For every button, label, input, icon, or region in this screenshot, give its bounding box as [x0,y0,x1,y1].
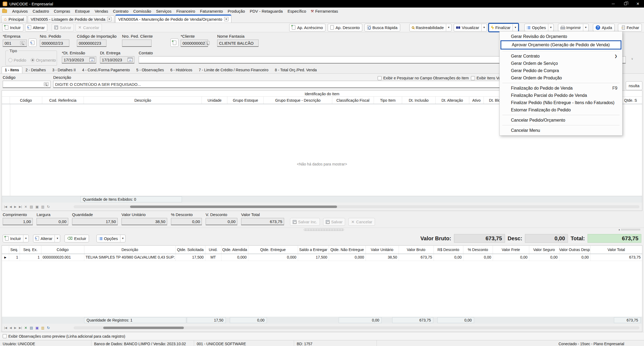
col-grupo-estoque-descricao[interactable]: Grupo Estoque - Descrição [264,97,332,104]
col-qtde-atendida[interactable]: Qtde. Atendida [221,246,248,254]
checkbox-icon[interactable] [378,76,382,80]
col-qtde-solicitada[interactable]: Qtde. Solicitada [176,246,205,254]
lookup-icon[interactable] [44,82,49,86]
ap-acrescimo-button[interactable]: Ap. Acréscimo [289,24,325,31]
splitter-collapse-handle[interactable]: ▲ [618,228,641,231]
ajuda-button[interactable]: ?Ajuda [593,24,615,31]
menu-pdv-retaguarda[interactable]: PDV - Retaguarda [247,8,285,14]
consulta-button[interactable]: nsulta [626,81,642,90]
close-tab-icon[interactable]: ✕ [224,17,228,21]
checkbox-exibir-itens-var[interactable]: Exibir Itens Var [471,76,502,80]
menu-estoque[interactable]: Estoque [73,8,92,14]
busca-rapida-button[interactable]: Busca Rápida [364,24,400,31]
menu-producao[interactable]: Produção [225,8,247,14]
fechar-button[interactable]: Fechar [618,24,642,31]
col-dt-inclusao[interactable]: Dt. Inclusão [402,97,436,104]
col-dt-alteracao[interactable]: Dt. Alteração [436,97,469,104]
imprimir-button[interactable]: Imprimir ▼ [558,24,589,31]
menu-cancelar-pedido-orcamento[interactable]: Cancelar Pedido/Orçamento [500,116,622,124]
lookup-icon[interactable] [205,41,210,45]
radio-orcamento[interactable]: Orçamento [31,55,56,65]
col-unidade[interactable]: Unidade [202,97,227,104]
menu-finalizacao-parcial[interactable]: Finalização Parcial do Pedido de Venda [500,92,622,99]
menu-comissao[interactable]: Comissão [131,8,154,14]
col-qtde-nao-entregue[interactable]: Qtde. Não Entregue [329,246,366,254]
menu-gerar-ordem-servico[interactable]: Gerar Ordem de Serviço [500,60,622,67]
tab-itens[interactable]: 1 - Itens [2,66,22,73]
incluir-button[interactable]: Incluir [2,24,23,31]
dropdown-arrow-icon[interactable]: ▼ [481,24,487,31]
valor-total-input[interactable]: 673,75 [241,218,284,225]
visualizar-button[interactable]: Visualizar ▼ [454,24,487,31]
dropdown-arrow-icon[interactable]: ▼ [120,235,126,242]
first-record-icon[interactable]: |◀ [4,326,7,329]
refresh-icon[interactable]: ↻ [47,326,50,330]
col-codigo[interactable]: Código [10,97,42,104]
prev-record-icon[interactable]: ◀ [9,326,12,329]
col-pct-desconto[interactable]: % Desconto [463,246,493,254]
col-descricao[interactable]: Descrição [84,97,202,104]
edit-order-button[interactable] [28,38,37,47]
tab-principal[interactable]: ⌂ Principal [1,15,27,23]
panel-splitter[interactable]: ▲ [0,228,644,231]
menu-vendas[interactable]: Vendas [92,8,110,14]
rastreabilidade-button[interactable]: Rastreabilidade ▼ [409,24,452,31]
valor-unitario-input[interactable]: 38,50 [121,218,167,225]
quantidade-input[interactable]: 17,50 [72,218,118,225]
tab-observacoes[interactable]: 5 - Observações [133,66,167,73]
alterar-button[interactable]: Alterar [25,24,47,31]
nome-fantasia-input[interactable]: CLIENTE BALCÃO [217,40,259,47]
comprimento-input[interactable]: 1,00 [3,218,33,225]
col-codigo[interactable]: Código [41,246,84,254]
horizontal-scrollbar[interactable] [74,205,639,208]
col-unid[interactable]: Unid. [205,246,221,254]
scrollbar-thumb[interactable] [103,327,184,329]
scrollbar-thumb[interactable] [130,206,337,208]
horizontal-scrollbar[interactable] [74,326,639,329]
dt-emissao-input[interactable]: 17/10/202315 [62,56,96,63]
salvar-item-button[interactable]: Salvar [323,218,345,226]
col-valor-frete[interactable]: Valor Frete [493,246,529,254]
cancelar-button[interactable]: ✕Cancelar [76,24,102,31]
minimize-button[interactable] [607,0,619,8]
menu-financeiro[interactable]: Financeiro [174,8,198,14]
col-qtde-entregue[interactable]: Qtde. Entregue [248,246,298,254]
restore-button[interactable] [619,0,632,8]
salvar-button[interactable]: Salvar [52,24,74,31]
menu-compras[interactable]: Compras [51,8,73,14]
col-classificacao-fiscal[interactable]: Classificação Fiscal [332,97,374,104]
menu-gerar-contrato[interactable]: Gerar Contrato❯ [500,52,622,60]
codigo-importacao-input[interactable]: 0000000223 [77,40,106,47]
calendar-icon[interactable]: 15 [128,58,133,62]
alterar-item-button[interactable]: Alterar ▼ [33,235,60,242]
calendar-icon[interactable]: 15 [90,58,94,62]
chevron-down-icon[interactable]: ∨ [631,57,633,61]
save-grid-icon[interactable]: ▣ [35,205,39,209]
last-record-icon[interactable]: ▶| [19,205,22,208]
tab-cond-forma-pagamento[interactable]: 4 - Cond./Forma Pagamento [79,66,133,73]
item-row[interactable]: ▶ 1 1 0000000020.001 TELHA SIMPLES TP 40… [2,254,642,261]
dropdown-arrow-icon[interactable]: ▼ [583,24,588,31]
menu-cancelar-menu[interactable]: Cancelar Menu [500,127,622,134]
codigo-search-input[interactable] [3,81,51,88]
tab-ven0005a-manutencao[interactable]: VEN0005A - Manutenção de Pedido de Venda… [115,15,231,23]
col-descricao[interactable]: Descrição [84,246,176,254]
export-icon[interactable]: ▥ [41,205,44,209]
dropdown-arrow-icon[interactable]: ▼ [55,235,60,242]
save-grid-icon[interactable]: ▣ [35,326,39,330]
finalizar-button[interactable]: ϟFinalizar ▼ [489,24,518,31]
col-saldo-a-entregar[interactable]: Saldo a Entregar [298,246,329,254]
menu-aprovar-orcamento[interactable]: Aprovar Orçamento (Geração de Pedido de … [500,40,621,50]
excel-export-icon[interactable]: ✕ [24,326,27,330]
checkbox-exibir-observacoes-preview[interactable]: Exibir Observações como preview (Linha a… [3,334,125,338]
col-valor-outras-desp[interactable]: Valor Outras Desp. [559,246,590,254]
tab-ven0005-listagem[interactable]: VEN0005 - Listagem de Pedido de Venda ✕ [28,15,115,23]
pct-desconto-input[interactable]: 0,00 [171,218,202,225]
col-rs-desconto[interactable]: R$ Desconto [434,246,463,254]
lookup-icon[interactable] [20,41,25,45]
dt-entrega-input[interactable]: 17/10/202315 [100,56,134,63]
next-record-icon[interactable]: ▶ [14,326,16,329]
splitter-grip[interactable] [304,229,344,231]
menu-finalizacao-pedido-venda[interactable]: Finalização do Pedido de VendaF9 [500,84,622,92]
largura-input[interactable]: 0,00 [37,218,68,225]
